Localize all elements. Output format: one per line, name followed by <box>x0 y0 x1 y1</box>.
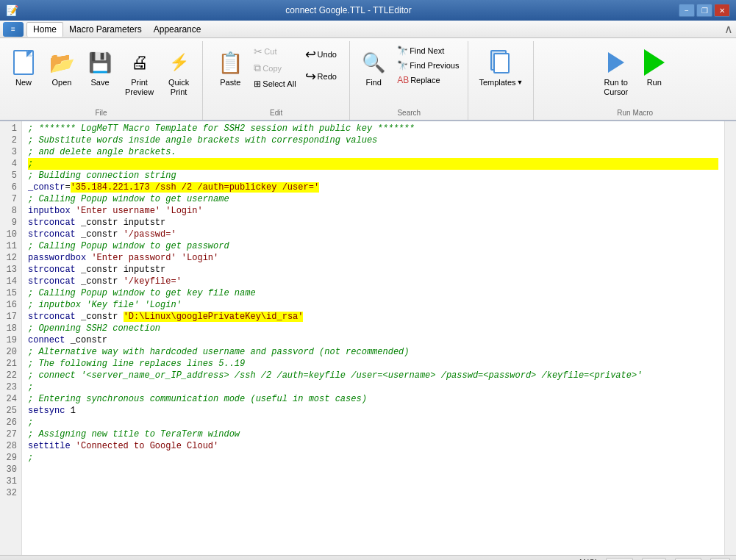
save-label: Save <box>90 78 109 87</box>
code-line: ; Entering synchronous communication mod… <box>28 393 718 405</box>
undo-button[interactable]: ↩ Undo <box>302 44 340 65</box>
line-number: 23 <box>4 381 17 393</box>
line-number: 21 <box>4 358 17 370</box>
line-number: 31 <box>4 475 17 487</box>
line-number: 20 <box>4 346 17 358</box>
code-line: ; connect '<server_name_or_IP_address> /… <box>28 370 718 381</box>
line-number: 3 <box>4 146 17 158</box>
find-button[interactable]: 🔍 Find <box>356 44 391 90</box>
code-line: strconcat _constr '/passwd=' <box>28 229 718 240</box>
ribbon-run-items: Run toCursor Run <box>599 44 672 117</box>
code-line: strconcat _constr '/keyfile=' <box>28 276 718 287</box>
code-line: strconcat _constr inputstr <box>28 217 718 229</box>
line-number: 14 <box>4 276 17 287</box>
code-line: ; and delete angle brackets. <box>28 146 718 158</box>
tab-macro-parameters[interactable]: Macro Parameters <box>63 23 148 36</box>
file-section-label: File <box>0 109 202 117</box>
select-all-button[interactable]: ⊞ Select All <box>251 77 299 90</box>
menu-bar: ≡ Home Macro Parameters Appearance ∧ <box>0 21 736 38</box>
line-number: 16 <box>4 299 17 311</box>
editor-area: 1234567891011121314151617181920212223242… <box>0 121 736 555</box>
paste-button[interactable]: 📋 Paste <box>212 44 248 90</box>
code-line: ; Calling Popup window to get password <box>28 240 718 252</box>
close-button[interactable]: ✕ <box>714 4 730 17</box>
restore-button[interactable]: ❐ <box>696 4 712 17</box>
title-bar-left: 📝 <box>6 4 18 16</box>
ribbon-section-search: 🔍 Find 🔭 Find Next 🔭 Find Previous AB Re… <box>350 41 468 120</box>
tab-home[interactable]: Home <box>26 22 63 37</box>
quickprint-label: QuickPrint <box>168 78 189 97</box>
code-line: ; Assigning new title to TeraTerm window <box>28 428 718 440</box>
ribbon-section-run-macro: Run toCursor Run Run Macro <box>534 41 736 120</box>
ribbon-file-items: New 📂 Open 💾 Save 🖨 PrintP <box>6 44 196 117</box>
code-line: ; <box>28 381 718 393</box>
new-label: New <box>15 78 32 87</box>
print-preview-button[interactable]: 🖨 PrintPreview <box>121 44 158 100</box>
run-button[interactable]: Run <box>637 44 672 90</box>
title-bar-controls: − ❐ ✕ <box>679 4 730 17</box>
app-menu-button[interactable]: ≡ <box>3 22 24 37</box>
find-next-button[interactable]: 🔭 Find Next <box>394 44 462 57</box>
run-to-cursor-button[interactable]: Run toCursor <box>599 44 634 100</box>
run-macro-section-label: Run Macro <box>534 109 736 117</box>
templates-label: Templates <box>479 78 515 87</box>
line-number: 5 <box>4 170 17 182</box>
line-number: 26 <box>4 417 17 428</box>
code-editor[interactable]: ; ******* LogMeTT Macro Template for SSH… <box>22 121 724 555</box>
copy-button[interactable]: ⧉ Copy <box>251 60 299 76</box>
redo-button[interactable]: ↪ Redo <box>302 66 340 87</box>
ribbon-search-items: 🔍 Find 🔭 Find Next 🔭 Find Previous AB Re… <box>356 44 462 117</box>
ribbon-section-file: New 📂 Open 💾 Save 🖨 PrintP <box>0 41 203 120</box>
tab-appearance[interactable]: Appearance <box>148 23 207 36</box>
line-number: 2 <box>4 134 17 146</box>
line-number: 1 <box>4 123 17 134</box>
quick-print-button[interactable]: ⚡ QuickPrint <box>161 44 196 100</box>
code-line: _constr='35.184.221.173 /ssh /2 /auth=pu… <box>28 182 718 193</box>
line-number: 19 <box>4 334 17 346</box>
code-line: ; <box>28 158 718 170</box>
line-number: 32 <box>4 487 17 499</box>
code-line: ; <box>28 452 718 464</box>
line-number: 15 <box>4 287 17 299</box>
code-line: strconcat _constr inputstr <box>28 264 718 276</box>
minimize-button[interactable]: − <box>679 4 695 17</box>
line-number: 13 <box>4 264 17 276</box>
code-line: ; Calling Popup window to get username <box>28 193 718 205</box>
replace-button[interactable]: AB Replace <box>394 73 462 87</box>
code-line: ; The following line replaces lines 5..1… <box>28 358 718 370</box>
ribbon: New 📂 Open 💾 Save 🖨 PrintP <box>0 38 736 121</box>
templates-button[interactable]: Templates ▼ <box>474 44 527 90</box>
save-button[interactable]: 💾 Save <box>82 44 118 90</box>
open-label: Open <box>52 78 72 87</box>
new-button[interactable]: New <box>6 44 41 90</box>
replace-label: Replace <box>410 76 440 85</box>
print-label: PrintPreview <box>125 78 154 97</box>
line-number: 6 <box>4 182 17 193</box>
line-number: 9 <box>4 217 17 229</box>
status-bar: Ln. 4 Col. 2 ANSI CAPS NUM SCRL INS <box>0 555 736 560</box>
cut-button[interactable]: ✂ Cut <box>251 44 299 59</box>
code-line <box>28 475 718 487</box>
line-number: 28 <box>4 440 17 452</box>
cut-label: Cut <box>264 47 276 56</box>
code-line: ; Building connection string <box>28 170 718 182</box>
line-number: 18 <box>4 323 17 334</box>
search-section-label: Search <box>350 109 468 117</box>
line-number: 4 <box>4 158 17 170</box>
code-line: settitle 'Connected to Google Cloud' <box>28 440 718 452</box>
scrollbar[interactable] <box>724 121 736 555</box>
code-line: ; Alternative way with hardcoded usernam… <box>28 346 718 358</box>
ribbon-collapse-button[interactable]: ∧ <box>724 22 733 36</box>
find-prev-button[interactable]: 🔭 Find Previous <box>394 59 462 72</box>
code-line: connect _constr <box>28 334 718 346</box>
line-number: 25 <box>4 405 17 417</box>
select-all-label: Select All <box>262 79 296 88</box>
open-button[interactable]: 📂 Open <box>44 44 79 90</box>
code-line: ; <box>28 417 718 428</box>
line-number: 30 <box>4 464 17 475</box>
code-line <box>28 487 718 499</box>
code-line: ; Calling Popup window to get key file n… <box>28 287 718 299</box>
code-line: ; Openning SSH2 conection <box>28 323 718 334</box>
find-prev-label: Find Previous <box>410 61 459 70</box>
run-label: Run <box>647 78 662 87</box>
